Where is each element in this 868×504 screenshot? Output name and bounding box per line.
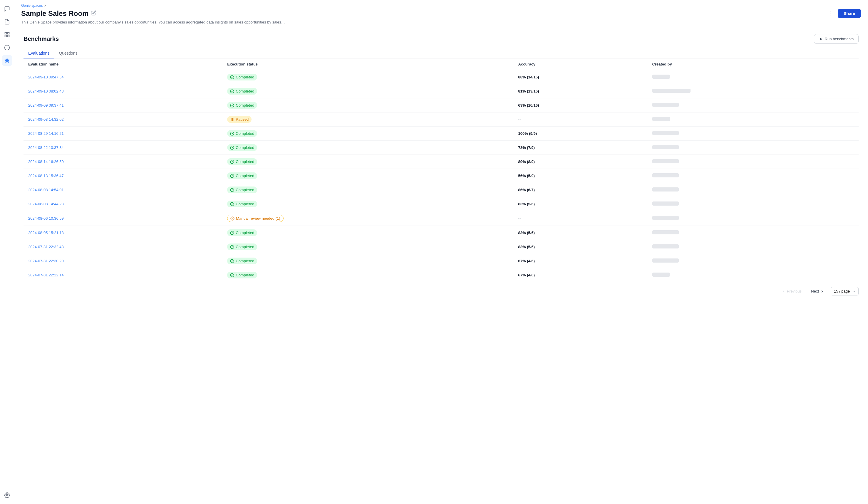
evaluation-name-cell: 2024-09-03 14:32:02 — [23, 113, 223, 127]
breadcrumb-link[interactable]: Genie spaces — [21, 3, 43, 8]
evaluation-name-cell: 2024-08-05 15:21:18 — [23, 226, 223, 240]
evaluation-link[interactable]: 2024-09-09 09:37:41 — [28, 103, 64, 107]
table-row: 2024-08-05 15:21:18 Completed83% (5/6) — [23, 226, 859, 240]
table-row: 2024-08-22 10:37:34 Completed78% (7/9) — [23, 141, 859, 155]
accuracy-cell: 100% (9/9) — [514, 127, 648, 141]
previous-button[interactable]: Previous — [779, 287, 805, 295]
created-by-blur — [652, 259, 679, 263]
created-by-blur — [652, 230, 679, 234]
created-by-cell — [648, 169, 859, 183]
svg-rect-13 — [232, 118, 233, 121]
evaluation-name-cell: 2024-07-31 22:30:20 — [23, 254, 223, 268]
evaluation-name-cell: 2024-08-06 10:36:59 — [23, 211, 223, 226]
status-badge: Completed — [227, 158, 257, 165]
table-row: 2024-08-08 14:44:28 Completed83% (5/6) — [23, 197, 859, 211]
status-badge: Completed — [227, 258, 257, 264]
run-benchmarks-button[interactable]: Run benchmarks — [814, 34, 859, 44]
created-by-cell — [648, 141, 859, 155]
table-row: 2024-08-14 16:26:50 Completed89% (8/9) — [23, 155, 859, 169]
next-button[interactable]: Next — [808, 287, 827, 295]
content-area: Benchmarks Run benchmarks Evaluations Qu… — [14, 27, 868, 504]
created-by-cell — [648, 183, 859, 197]
evaluation-link[interactable]: 2024-08-13 15:36:47 — [28, 174, 64, 178]
chat-icon[interactable] — [2, 3, 12, 14]
col-evaluation-name: Evaluation name — [23, 59, 223, 70]
header-actions: ⋮ Share — [825, 9, 861, 18]
status-badge: Manual review needed (1) — [227, 215, 283, 222]
evaluation-link[interactable]: 2024-09-10 09:47:54 — [28, 75, 64, 79]
table-row: 2024-07-31 22:22:14 Completed67% (4/6) — [23, 268, 859, 282]
sidebar — [0, 0, 14, 504]
created-by-blur — [652, 187, 679, 191]
alert-icon[interactable] — [2, 42, 12, 53]
status-badge: Completed — [227, 243, 257, 250]
evaluation-link[interactable]: 2024-08-29 14:16:21 — [28, 131, 64, 136]
status-badge: Completed — [227, 187, 257, 193]
star-icon[interactable] — [2, 55, 12, 66]
share-button[interactable]: Share — [838, 9, 861, 18]
status-badge: Completed — [227, 144, 257, 151]
created-by-cell — [648, 155, 859, 169]
evaluation-name-cell: 2024-08-13 15:36:47 — [23, 169, 223, 183]
status-cell: Completed — [223, 141, 513, 155]
created-by-cell — [648, 127, 859, 141]
evaluation-link[interactable]: 2024-07-31 22:30:20 — [28, 259, 64, 263]
evaluation-link[interactable]: 2024-07-31 22:32:48 — [28, 245, 64, 249]
created-by-cell — [648, 70, 859, 84]
created-by-cell — [648, 113, 859, 127]
evaluation-link[interactable]: 2024-09-03 14:32:02 — [28, 117, 64, 122]
evaluation-link[interactable]: 2024-08-14 16:26:50 — [28, 159, 64, 164]
table-row: 2024-08-13 15:36:47 Completed56% (5/9) — [23, 169, 859, 183]
accuracy-cell: 83% (5/6) — [514, 226, 648, 240]
status-badge: Paused — [227, 116, 251, 123]
created-by-cell — [648, 268, 859, 282]
edit-icon[interactable] — [91, 10, 96, 17]
accuracy-cell: 63% (10/16) — [514, 98, 648, 113]
tab-evaluations[interactable]: Evaluations — [23, 49, 54, 59]
status-cell: Completed — [223, 169, 513, 183]
created-by-blur — [652, 159, 679, 163]
evaluation-link[interactable]: 2024-08-06 10:36:59 — [28, 216, 64, 221]
grid-icon[interactable] — [2, 29, 12, 40]
table-row: 2024-07-31 22:30:20 Completed67% (4/6) — [23, 254, 859, 268]
section-header: Benchmarks Run benchmarks — [23, 34, 859, 44]
created-by-blur — [652, 244, 679, 249]
accuracy-cell: 56% (5/9) — [514, 169, 648, 183]
evaluation-link[interactable]: 2024-08-05 15:21:18 — [28, 231, 64, 235]
accuracy-cell: 86% (6/7) — [514, 183, 648, 197]
evaluation-link[interactable]: 2024-07-31 22:22:14 — [28, 273, 64, 277]
status-cell: Completed — [223, 70, 513, 84]
accuracy-cell: 81% (13/16) — [514, 84, 648, 98]
svg-point-7 — [6, 495, 8, 496]
evaluation-link[interactable]: 2024-08-08 14:54:01 — [28, 188, 64, 192]
per-page-select[interactable]: 15 / page 25 / page 50 / page — [831, 287, 859, 295]
evaluation-link[interactable]: 2024-09-10 08:02:48 — [28, 89, 64, 93]
status-cell: Completed — [223, 226, 513, 240]
created-by-blur — [652, 117, 670, 121]
evaluation-link[interactable]: 2024-08-22 10:37:34 — [28, 145, 64, 150]
created-by-blur — [652, 131, 679, 135]
status-cell: Completed — [223, 197, 513, 211]
evaluation-link[interactable]: 2024-08-08 14:44:28 — [28, 202, 64, 206]
tab-questions[interactable]: Questions — [54, 49, 82, 59]
settings-icon[interactable] — [2, 490, 12, 501]
breadcrumb: Genie spaces > — [21, 3, 861, 8]
tabs: Evaluations Questions — [23, 49, 859, 59]
evaluation-name-cell: 2024-09-10 09:47:54 — [23, 70, 223, 84]
status-badge: Completed — [227, 229, 257, 236]
created-by-cell — [648, 211, 859, 226]
status-cell: Completed — [223, 240, 513, 254]
svg-rect-3 — [7, 35, 9, 37]
svg-rect-12 — [231, 118, 232, 121]
created-by-blur — [652, 75, 670, 79]
status-cell: Completed — [223, 254, 513, 268]
accuracy-cell: -- — [514, 211, 648, 226]
accuracy-cell: 78% (7/9) — [514, 141, 648, 155]
table-row: 2024-09-09 09:37:41 Completed63% (10/16) — [23, 98, 859, 113]
accuracy-cell: -- — [514, 113, 648, 127]
accuracy-cell: 67% (4/6) — [514, 254, 648, 268]
document-icon[interactable] — [2, 17, 12, 27]
status-badge: Completed — [227, 102, 257, 109]
more-options-button[interactable]: ⋮ — [825, 9, 835, 18]
main-content: Genie spaces > Sample Sales Room ⋮ Share… — [14, 0, 868, 504]
